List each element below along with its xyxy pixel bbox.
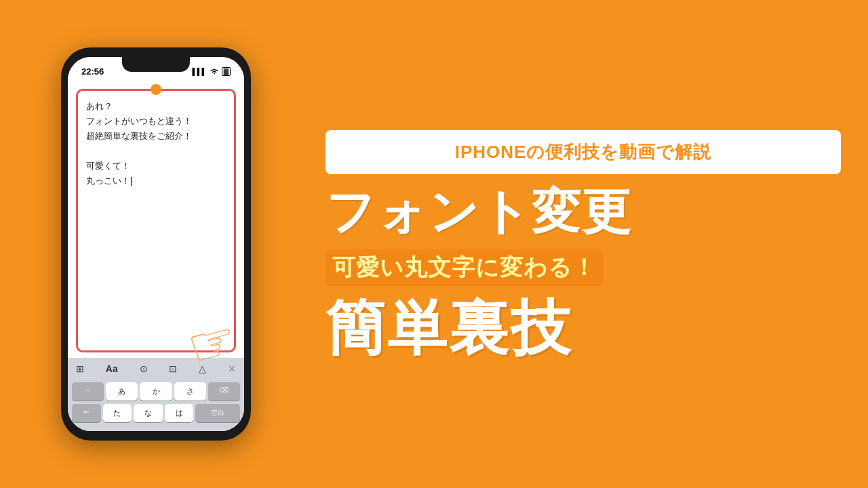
- top-banner: IPHONEの便利技を動画で解説: [326, 130, 841, 174]
- toolbar-table-icon[interactable]: ⊞: [76, 363, 84, 374]
- main-title: フォント変更: [326, 186, 841, 238]
- phone-notch: [122, 57, 190, 72]
- key-return[interactable]: ↩: [72, 404, 101, 422]
- notes-area: あれ？ フォントがいつもと違う！ 超絶簡単な裏技をご紹介！ 可愛くて！ 丸っこい…: [68, 79, 244, 358]
- sub-title: 可愛い丸文字に変わる！: [326, 249, 603, 286]
- signal-icon: ▌▌▌: [192, 68, 206, 75]
- key-backspace[interactable]: ⌫: [208, 382, 240, 401]
- banner-text: IPHONEの便利技を動画で解説: [455, 142, 712, 162]
- key-sa[interactable]: さ: [174, 382, 206, 401]
- phone-mockup: 22:56 ▌▌▌ ▓: [61, 47, 251, 441]
- big-title: 簡単裏技: [326, 298, 841, 358]
- status-time: 22:56: [81, 66, 104, 77]
- notes-text: あれ？ フォントがいつもと違う！ 超絶簡単な裏技をご紹介！ 可愛くて！ 丸っこい…: [86, 99, 226, 189]
- toolbar-font-icon[interactable]: Aa: [106, 363, 118, 374]
- key-space[interactable]: 空白: [195, 404, 240, 422]
- status-icons: ▌▌▌ ▓: [192, 67, 231, 76]
- text-cursor: [131, 177, 132, 186]
- wifi-icon: [210, 68, 219, 76]
- key-ha[interactable]: は: [165, 404, 194, 422]
- orange-dot-indicator: [151, 84, 161, 95]
- keyboard[interactable]: → あ か さ ⌫ ↩ た な は 空白: [68, 380, 244, 431]
- keyboard-row-2: ↩ た な は 空白: [72, 404, 240, 422]
- toolbar-check-icon[interactable]: ⊙: [140, 363, 148, 374]
- phone-screen: 22:56 ▌▌▌ ▓: [68, 57, 244, 431]
- left-panel: 22:56 ▌▌▌ ▓: [0, 0, 312, 488]
- sub-title-wrapper: 可愛い丸文字に変わる！: [326, 249, 841, 286]
- key-a[interactable]: あ: [106, 382, 138, 401]
- key-na[interactable]: な: [134, 404, 163, 422]
- key-ta[interactable]: た: [103, 404, 132, 422]
- toolbar-camera-icon[interactable]: ⊡: [169, 363, 177, 374]
- right-panel: IPHONEの便利技を動画で解説 フォント変更 可愛い丸文字に変わる！ 簡単裏技: [312, 0, 868, 488]
- key-ka[interactable]: か: [140, 382, 172, 401]
- key-arrow[interactable]: →: [72, 382, 104, 401]
- battery-icon: ▓: [222, 67, 231, 76]
- keyboard-row-1: → あ か さ ⌫: [72, 382, 240, 401]
